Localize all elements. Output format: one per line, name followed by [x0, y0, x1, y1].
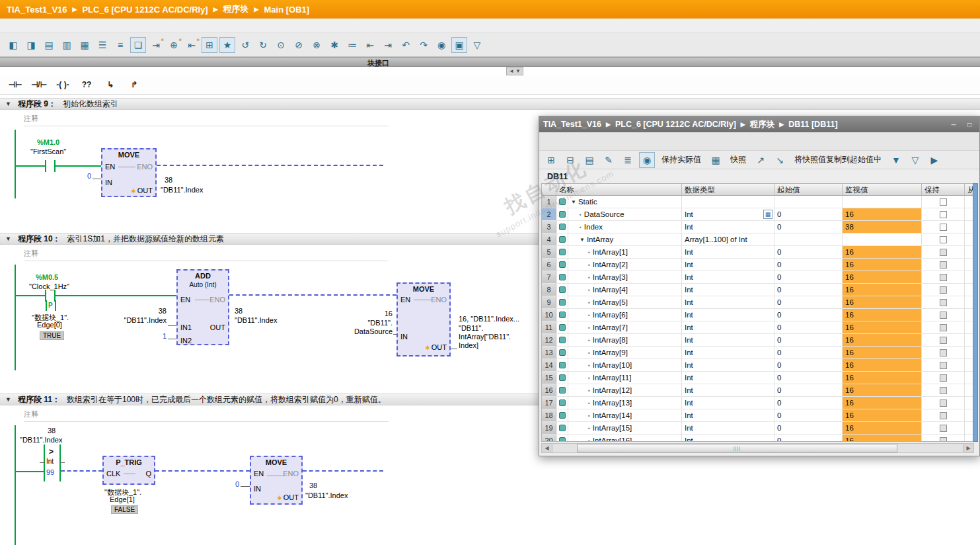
type-cell[interactable]: Int [682, 246, 774, 258]
scroll-track[interactable]: |||| [552, 444, 963, 452]
monitoring-icon[interactable]: ▣ [451, 37, 467, 53]
table-row[interactable]: 17▪IntArray[13]Int016 [542, 397, 973, 409]
table-row[interactable]: 11▪IntArray[7]Int016 [542, 321, 973, 334]
table-row[interactable]: 15▪IntArray[11]Int016 [542, 372, 973, 384]
retain-cell[interactable] [922, 284, 965, 296]
maximize-icon[interactable]: □ [963, 119, 975, 130]
out-operand[interactable]: "DB11".Index [235, 316, 277, 324]
table-row[interactable]: 4▼IntArrayArray[1..100] of Int [542, 233, 973, 246]
load-values-icon[interactable]: ▦ [708, 152, 724, 168]
edge-operand[interactable]: Edge[0] [37, 321, 62, 329]
start-value-cell[interactable]: 0 [774, 384, 843, 396]
network-note[interactable]: 注释 [24, 114, 38, 124]
row-number[interactable]: 9 [542, 296, 556, 308]
redo-icon[interactable]: ↷ [416, 37, 432, 53]
retain-cell[interactable] [922, 259, 965, 271]
expand-operands-icon[interactable]: ⊕± [166, 37, 182, 53]
network-note[interactable]: 注释 [24, 249, 38, 259]
snapshot-up-icon[interactable]: ↗ [753, 152, 769, 168]
type-cell[interactable]: Int [682, 271, 774, 283]
breadcrumb-item[interactable]: TIA_Test1_V16 [543, 120, 601, 129]
row-number[interactable]: 4 [542, 233, 556, 245]
retain-checkbox[interactable] [940, 349, 947, 356]
row-number[interactable]: 17 [542, 397, 556, 409]
name-cell[interactable]: ▪IntArray[10] [568, 359, 682, 371]
type-cell[interactable]: Int [682, 422, 774, 434]
contact-symbol-name[interactable]: "Clock_1Hz" [29, 282, 69, 290]
expand-all-icon[interactable]: ▽ [907, 152, 923, 168]
start-value-cell[interactable]: 0 [774, 246, 843, 258]
nc-contact-button[interactable]: ⊣/⊢ [29, 77, 49, 92]
start-value-cell[interactable]: 0 [774, 347, 843, 358]
go-to-definition-icon[interactable]: ⊘ [291, 37, 307, 53]
retain-cell[interactable] [922, 321, 965, 333]
start-value-cell[interactable]: 0 [774, 422, 843, 434]
breadcrumb-item[interactable]: Main [OB1] [264, 5, 310, 15]
next-difference-icon[interactable]: ⇥ [380, 37, 396, 53]
retain-cell[interactable] [922, 246, 965, 258]
start-value-cell[interactable]: 0 [774, 334, 843, 346]
in-operand[interactable]: DataSource [334, 327, 393, 335]
compare-icon[interactable]: ≔ [344, 37, 360, 53]
vertical-scrollbar[interactable] [973, 183, 978, 442]
data-type-picker-icon[interactable]: ▦ [763, 210, 773, 219]
type-cell[interactable]: Int▦ [682, 208, 774, 220]
undo-jump-icon[interactable]: ↺ [237, 37, 253, 53]
reset-start-values-icon[interactable]: ▤ [582, 152, 597, 168]
in-operand[interactable]: "DB11". [334, 319, 393, 327]
type-cell[interactable]: Int [682, 221, 774, 233]
move-block[interactable]: MOVE EN ENO IN ∗ OUT [396, 282, 451, 356]
out-operand[interactable]: IntArray["DB11". [459, 333, 511, 341]
start-value-cell[interactable] [774, 196, 843, 208]
compare-constant[interactable]: 99 [46, 468, 54, 476]
retain-checkbox[interactable] [940, 312, 947, 319]
row-number[interactable]: 5 [542, 246, 556, 258]
row-number[interactable]: 12 [542, 334, 556, 346]
row-number[interactable]: 2 [542, 208, 556, 220]
retain-checkbox[interactable] [940, 224, 947, 231]
name-cell[interactable]: ▪IntArray[1] [568, 246, 682, 258]
retain-cell[interactable] [922, 397, 965, 409]
undo-icon[interactable]: ↶ [398, 37, 414, 53]
load-start-values-icon[interactable]: ▼ [888, 152, 904, 168]
duplicate-window-icon[interactable]: ▥ [59, 37, 75, 53]
go-to-network-icon[interactable]: ⊙ [273, 37, 289, 53]
split-editor-horizontal-icon[interactable]: ◨ [23, 37, 39, 53]
type-cell[interactable]: Int [682, 384, 774, 396]
name-cell[interactable]: ▪IntArray[16] [568, 435, 682, 442]
type-cell[interactable]: Int [682, 284, 774, 296]
row-number[interactable]: 16 [542, 384, 556, 396]
type-cell[interactable]: Int [682, 321, 774, 333]
name-cell[interactable]: ▪IntArray[13] [568, 397, 682, 409]
minimize-icon[interactable]: ─ [948, 119, 960, 130]
network-comments-icon[interactable]: ❏ [130, 37, 146, 53]
retain-checkbox[interactable] [940, 236, 947, 243]
name-cell[interactable]: ▪IntArray[9] [568, 347, 682, 358]
monitor-all-icon[interactable]: ◉ [639, 152, 655, 168]
start-value-cell[interactable]: 0 [774, 208, 843, 220]
retain-checkbox[interactable] [940, 374, 947, 382]
p-trig-block[interactable]: P_TRIG CLK Q [102, 456, 155, 485]
start-value-cell[interactable]: 0 [774, 435, 843, 442]
empty-box-button[interactable]: ?? [77, 77, 96, 92]
contact-symbol-name[interactable]: "FirstScan" [30, 147, 66, 155]
network-collapse-icon[interactable]: ▼ [5, 396, 11, 403]
collapse-left-icon[interactable]: ◄ [509, 68, 514, 74]
update-inconsistent-calls-icon[interactable]: ⊗ [309, 37, 324, 53]
retain-cell[interactable] [922, 309, 965, 321]
insert-row-icon[interactable]: ⊞ [543, 152, 559, 168]
split-editor-vertical-icon[interactable]: ◧ [5, 37, 21, 53]
retain-cell[interactable] [922, 359, 965, 371]
table-row[interactable]: 13▪IntArray[9]Int016 [542, 347, 973, 359]
block-interface-bar[interactable]: 块接口 [0, 57, 980, 67]
type-cell[interactable]: Int [682, 347, 774, 358]
open-branch-button[interactable]: ↳ [100, 77, 120, 92]
breadcrumb-item[interactable]: 程序块 [750, 119, 775, 130]
start-value-cell[interactable]: 0 [774, 372, 843, 384]
breadcrumb-item[interactable]: PLC_6 [CPU 1212C AC/DC/Rly] [82, 5, 207, 15]
vertical-scroll-thumb[interactable] [973, 183, 978, 442]
retain-cell[interactable] [922, 422, 965, 434]
start-value-cell[interactable]: 0 [774, 397, 843, 409]
retain-checkbox[interactable] [940, 399, 947, 407]
previous-difference-icon[interactable]: ⇤ [362, 37, 378, 53]
